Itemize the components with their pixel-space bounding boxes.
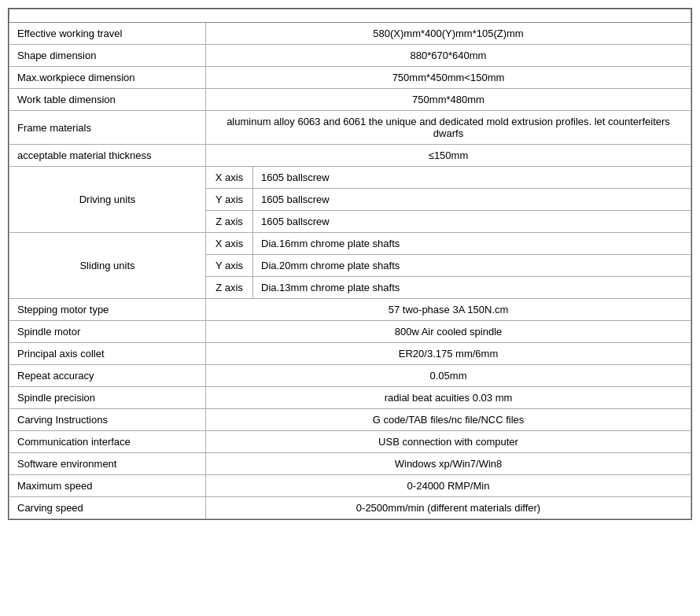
row-value: radial beat acuities 0.03 mm: [206, 387, 691, 409]
table-row: Frame materialsaluminum alloy 6063 and 6…: [9, 111, 691, 145]
group-label: Sliding units: [9, 233, 206, 299]
row-value: USB connection with computer: [206, 431, 691, 453]
axis-value: Dia.20mm chrome plate shafts: [253, 255, 691, 277]
row-label: Principal axis collet: [9, 343, 206, 365]
table-row: Spindle precisionradial beat acuities 0.…: [9, 387, 691, 409]
row-label: Shape dimension: [9, 45, 206, 67]
row-value: G code/TAB files/nc file/NCC files: [206, 409, 691, 431]
table-row: Software environmentWindows xp/Win7/Win8: [9, 453, 691, 475]
row-value: 0-2500mm/min (different materials differ…: [206, 497, 691, 519]
row-label: acceptable material thickness: [9, 145, 206, 167]
table-row: Principal axis colletER20/3.175 mm/6mm: [9, 343, 691, 365]
table-row: Effective working travel580(X)mm*400(Y)m…: [9, 23, 691, 45]
axis-label: Y axis: [206, 255, 253, 277]
axis-value: 1605 ballscrew: [253, 189, 691, 211]
row-label: Work table dimension: [9, 89, 206, 111]
row-label: Frame materials: [9, 111, 206, 145]
table-row: Maximum speed0-24000 RMP/Min: [9, 475, 691, 497]
row-value: 750mm*450mm<150mm: [206, 67, 691, 89]
axis-label: Z axis: [206, 277, 253, 299]
specs-table: Effective working travel580(X)mm*400(Y)m…: [9, 9, 691, 519]
row-label: Software environment: [9, 453, 206, 475]
group-label: Driving units: [9, 167, 206, 233]
row-value: 750mm*480mm: [206, 89, 691, 111]
table-title: [9, 9, 691, 23]
row-label: Max.workpiece dimension: [9, 67, 206, 89]
row-value: 800w Air cooled spindle: [206, 321, 691, 343]
axis-value: Dia.16mm chrome plate shafts: [253, 233, 691, 255]
axis-label: X axis: [206, 167, 253, 189]
table-row: Carving InstructionsG code/TAB files/nc …: [9, 409, 691, 431]
table-row: Repeat accuracy0.05mm: [9, 365, 691, 387]
axis-row: Sliding unitsX axisDia.16mm chrome plate…: [9, 233, 691, 255]
row-label: Communication interface: [9, 431, 206, 453]
table-row: Carving speed0-2500mm/min (different mat…: [9, 497, 691, 519]
table-row: Shape dimension880*670*640mm: [9, 45, 691, 67]
title-row: [9, 9, 691, 23]
row-label: Spindle motor: [9, 321, 206, 343]
row-value: 580(X)mm*400(Y)mm*105(Z)mm: [206, 23, 691, 45]
row-label: Carving speed: [9, 497, 206, 519]
axis-value: Dia.13mm chrome plate shafts: [253, 277, 691, 299]
row-label: Stepping motor type: [9, 299, 206, 321]
table-row: acceptable material thickness≤150mm: [9, 145, 691, 167]
axis-label: Y axis: [206, 189, 253, 211]
row-value: 57 two-phase 3A 150N.cm: [206, 299, 691, 321]
table-row: Work table dimension750mm*480mm: [9, 89, 691, 111]
row-value: Windows xp/Win7/Win8: [206, 453, 691, 475]
row-label: Repeat accuracy: [9, 365, 206, 387]
row-label: Spindle precision: [9, 387, 206, 409]
axis-value: 1605 ballscrew: [253, 167, 691, 189]
axis-label: X axis: [206, 233, 253, 255]
table-row: Spindle motor800w Air cooled spindle: [9, 321, 691, 343]
table-row: Max.workpiece dimension750mm*450mm<150mm: [9, 67, 691, 89]
table-row: Stepping motor type57 two-phase 3A 150N.…: [9, 299, 691, 321]
row-value: 0-24000 RMP/Min: [206, 475, 691, 497]
table-row: Communication interfaceUSB connection wi…: [9, 431, 691, 453]
row-value: 880*670*640mm: [206, 45, 691, 67]
row-label: Maximum speed: [9, 475, 206, 497]
row-label: Carving Instructions: [9, 409, 206, 431]
row-value: ≤150mm: [206, 145, 691, 167]
row-value: ER20/3.175 mm/6mm: [206, 343, 691, 365]
axis-value: 1605 ballscrew: [253, 211, 691, 233]
row-label: Effective working travel: [9, 23, 206, 45]
row-value: 0.05mm: [206, 365, 691, 387]
row-value: aluminum alloy 6063 and 6061 the unique …: [206, 111, 691, 145]
specs-table-wrapper: Effective working travel580(X)mm*400(Y)m…: [8, 8, 692, 520]
axis-row: Driving unitsX axis1605 ballscrew: [9, 167, 691, 189]
axis-label: Z axis: [206, 211, 253, 233]
